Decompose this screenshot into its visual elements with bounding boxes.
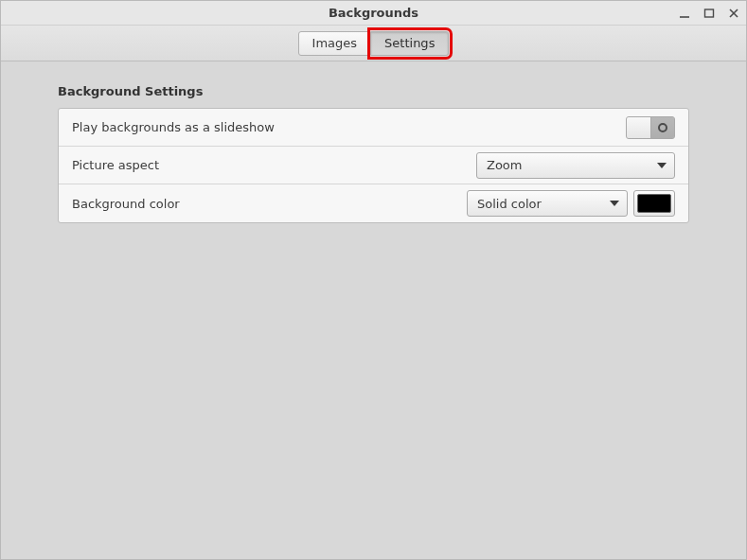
- background-color-mode-dropdown[interactable]: Solid color: [467, 190, 628, 217]
- row-slideshow: Play backgrounds as a slideshow: [59, 109, 688, 147]
- toggle-off-icon: [651, 117, 674, 138]
- background-color-swatch-button[interactable]: [633, 190, 675, 217]
- svg-rect-1: [705, 9, 714, 17]
- tab-group: Images Settings: [298, 31, 450, 56]
- background-color-controls: Solid color: [467, 190, 675, 217]
- chevron-down-icon: [657, 163, 667, 168]
- maximize-button[interactable]: [703, 7, 716, 20]
- window-title: Backgrounds: [329, 6, 418, 20]
- settings-list: Play backgrounds as a slideshow Picture …: [58, 108, 689, 223]
- background-color-swatch: [637, 194, 671, 213]
- slideshow-toggle[interactable]: [626, 116, 675, 139]
- toggle-knob: [627, 117, 651, 138]
- svg-point-4: [659, 124, 667, 131]
- picture-aspect-label: Picture aspect: [72, 158, 476, 172]
- background-color-mode-value: Solid color: [477, 197, 610, 211]
- backgrounds-window: Backgrounds Images Settings Background S…: [0, 0, 747, 560]
- close-button[interactable]: [727, 7, 740, 20]
- picture-aspect-value: Zoom: [487, 158, 657, 172]
- window-controls: [678, 1, 740, 26]
- settings-panel: Background Settings Play backgrounds as …: [1, 61, 746, 559]
- background-color-label: Background color: [72, 197, 467, 211]
- tab-images[interactable]: Images: [298, 31, 372, 56]
- toolbar: Images Settings: [1, 26, 746, 61]
- row-picture-aspect: Picture aspect Zoom: [59, 147, 688, 184]
- titlebar: Backgrounds: [1, 1, 746, 26]
- minimize-button[interactable]: [678, 7, 691, 20]
- tab-settings[interactable]: Settings: [371, 31, 449, 56]
- section-title: Background Settings: [58, 84, 689, 98]
- slideshow-label: Play backgrounds as a slideshow: [72, 120, 626, 134]
- chevron-down-icon: [610, 201, 619, 206]
- row-background-color: Background color Solid color: [59, 184, 688, 222]
- picture-aspect-dropdown[interactable]: Zoom: [476, 152, 675, 179]
